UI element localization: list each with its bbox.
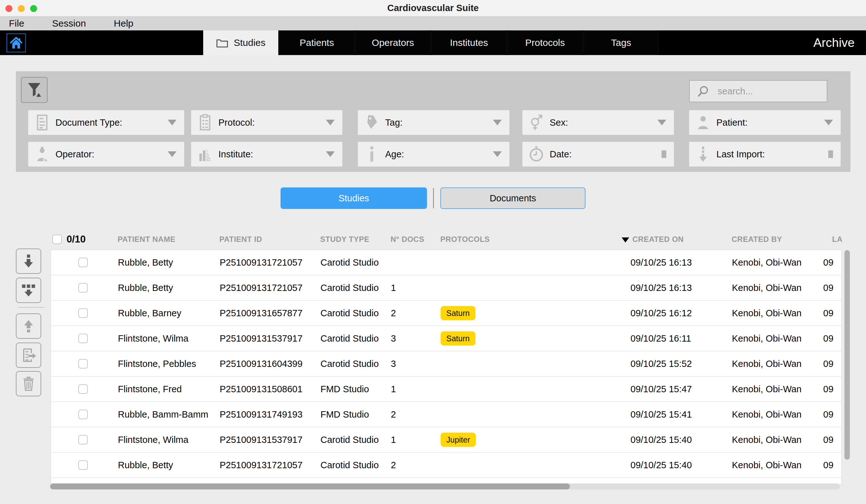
row-checkbox[interactable] <box>78 410 88 419</box>
archive-label[interactable]: Archive <box>813 31 855 55</box>
home-button[interactable] <box>6 33 26 53</box>
table-row[interactable]: Flintstone, Wilma P251009131537917 Carot… <box>51 427 841 453</box>
patient-name: Flintstone, Wilma <box>118 435 188 445</box>
row-checkbox[interactable] <box>78 334 88 343</box>
study-type: FMD Studio <box>321 409 369 420</box>
filter-date[interactable]: Date: <box>522 142 674 167</box>
filter-institute[interactable]: Institute: <box>191 142 342 167</box>
created-on: 09/10/25 15:52 <box>631 359 692 369</box>
horizontal-scrollbar-track[interactable] <box>50 483 840 490</box>
tab-label: Patients <box>300 37 334 48</box>
patient-id: P251009131721057 <box>220 283 302 293</box>
n-docs: 2 <box>391 409 396 420</box>
table-row[interactable]: Rubble, Barney P251009131657877 Carotid … <box>51 301 841 326</box>
tab-studies[interactable]: Studies <box>203 31 278 55</box>
row-checkbox[interactable] <box>78 435 88 445</box>
filter-patient[interactable]: Patient: <box>689 110 841 135</box>
column-header-study-type[interactable]: STUDY TYPE <box>320 235 369 244</box>
table-row[interactable]: Rubble, Betty P251009131721057 Carotid S… <box>51 453 841 478</box>
tab-protocols[interactable]: Protocols <box>508 31 582 55</box>
created-on: 09/10/25 16:12 <box>631 308 692 319</box>
vertical-scrollbar[interactable] <box>844 250 850 460</box>
tag-icon <box>363 114 381 131</box>
study-type: Carotid Studio <box>321 333 379 344</box>
filter-tag[interactable]: Tag: <box>358 110 509 135</box>
menu-help[interactable]: Help <box>114 18 133 29</box>
institute-icon <box>196 146 214 162</box>
menu-file[interactable]: File <box>9 18 24 29</box>
filter-sex[interactable]: Sex: <box>522 110 674 135</box>
patient-name: Rubble, Bamm-Bamm <box>118 409 208 420</box>
column-header-n-docs[interactable]: N° DOCS <box>390 235 424 244</box>
filter-label: Sex: <box>549 117 657 128</box>
studies-view-button[interactable]: Studies <box>280 187 427 209</box>
trash-icon <box>21 376 36 392</box>
row-checkbox[interactable] <box>78 258 88 267</box>
row-checkbox[interactable] <box>78 359 88 368</box>
tab-patients[interactable]: Patients <box>279 31 354 55</box>
column-header-created-by[interactable]: CREATED BY <box>732 235 782 244</box>
menubar: File Session Help <box>0 16 866 31</box>
column-header-patient-name[interactable]: PATIENT NAME <box>118 235 175 244</box>
upload-button[interactable] <box>16 313 41 339</box>
patient-id: P251009131749193 <box>220 409 302 420</box>
filter-age[interactable]: Age: <box>358 142 509 167</box>
select-all-checkbox[interactable] <box>52 234 62 244</box>
filter-last-import[interactable]: Last Import: <box>689 142 841 167</box>
import-batch-icon <box>20 282 37 299</box>
chevron-down-icon <box>657 120 666 125</box>
filter-label: Document Type: <box>55 117 168 128</box>
tab-institutes[interactable]: Institutes <box>431 31 507 55</box>
close-window-button[interactable] <box>5 5 12 12</box>
row-checkbox[interactable] <box>78 283 88 293</box>
row-checkbox[interactable] <box>78 384 88 394</box>
patient-name: Rubble, Betty <box>118 460 173 470</box>
tab-operators[interactable]: Operators <box>355 31 431 55</box>
patient-name: Rubble, Betty <box>118 283 173 293</box>
minimize-window-button[interactable] <box>18 5 25 12</box>
zoom-window-button[interactable] <box>30 5 37 12</box>
table-row[interactable]: Rubble, Bamm-Bamm P251009131749193 FMD S… <box>51 402 841 427</box>
last-col-value: 09 <box>823 460 833 470</box>
created-by: Kenobi, Obi-Wan <box>732 257 802 268</box>
column-header-created-on[interactable]: CREATED ON <box>622 235 684 244</box>
n-docs: 3 <box>391 333 396 344</box>
filter-toggle-button[interactable] <box>21 77 47 103</box>
search-input[interactable] <box>718 86 822 96</box>
study-type: FMD Studio <box>321 384 369 394</box>
upload-up-icon <box>21 319 36 334</box>
person-icon <box>694 114 712 131</box>
table-row[interactable]: Flintstone, Fred P251009131508601 FMD St… <box>51 377 841 402</box>
row-checkbox[interactable] <box>78 460 88 470</box>
menu-session[interactable]: Session <box>52 18 86 29</box>
patient-id: P251009131537917 <box>220 435 302 445</box>
filter-protocol[interactable]: Protocol: <box>191 110 342 135</box>
table-row[interactable]: Rubble, Betty P251009131721057 Carotid S… <box>51 275 841 301</box>
patient-id: P251009131508601 <box>220 384 302 394</box>
tab-tags[interactable]: Tags <box>584 31 659 55</box>
table-row[interactable]: Rubble, Betty P251009131721057 Carotid S… <box>51 250 841 275</box>
study-type: Carotid Studio <box>321 460 379 470</box>
column-header-last[interactable]: LA <box>832 235 843 244</box>
horizontal-scrollbar-thumb[interactable] <box>50 483 570 490</box>
tab-label: Studies <box>234 37 265 48</box>
gender-icon <box>528 114 545 131</box>
column-header-protocols[interactable]: PROTOCOLS <box>440 235 490 244</box>
filter-document-type[interactable]: Document Type: <box>28 110 184 135</box>
documents-view-button[interactable]: Documents <box>440 187 586 209</box>
patient-name: Flintstone, Wilma <box>118 333 188 344</box>
table-row[interactable]: Flintstone, Wilma P251009131537917 Carot… <box>51 326 841 352</box>
patient-name: Flintstone, Fred <box>118 384 182 394</box>
table-row[interactable]: Flintstone, Pebbles P251009131604399 Car… <box>51 352 841 377</box>
row-checkbox[interactable] <box>78 308 88 318</box>
import-batch-button[interactable] <box>16 278 41 303</box>
filter-label: Last Import: <box>717 149 828 160</box>
export-button[interactable] <box>16 343 41 368</box>
protocol-tag: Jupiter <box>441 433 476 447</box>
created-by: Kenobi, Obi-Wan <box>732 333 802 344</box>
delete-button[interactable] <box>16 371 41 396</box>
protocol-tag: Saturn <box>441 306 476 320</box>
column-header-patient-id[interactable]: PATIENT ID <box>219 235 262 244</box>
filter-operator[interactable]: Operator: <box>28 142 184 167</box>
import-study-button[interactable] <box>16 249 41 274</box>
